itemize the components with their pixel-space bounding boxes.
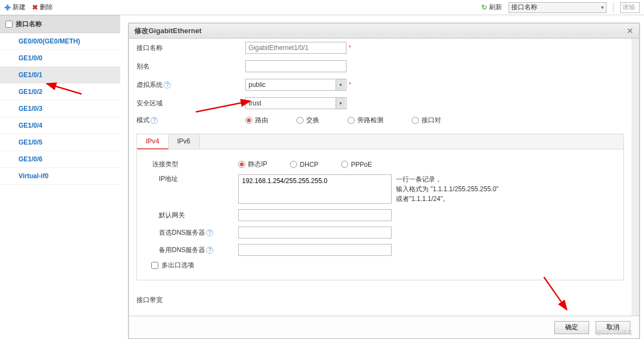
help-icon[interactable]: ? (206, 229, 213, 236)
sidebar-header-label: 接口名称 (16, 20, 42, 29)
label-dns2: 备用DNS服务器? (147, 246, 238, 255)
alias-input[interactable] (245, 60, 346, 72)
dns2-input[interactable] (238, 244, 392, 256)
toolbar: ✚ 新建 ✖ 删除 ↻ 刷新 接口名称 ▾ 请输入 (0, 0, 644, 15)
label-zone: 安全区域 (137, 99, 245, 108)
cancel-button[interactable]: 取消 (596, 321, 630, 334)
dialog-footer: 确定 取消 (129, 316, 639, 338)
sidebar-item-ge103[interactable]: GE1/0/3 (0, 101, 120, 117)
sidebar-item-virtual-if0[interactable]: Virtual-if0 (0, 168, 120, 185)
ip-config-panel: IPv4 IPv6 连接类型 静态IP DHCP PPPoE IP地址 (137, 134, 624, 280)
new-button[interactable]: ✚ 新建 (4, 3, 26, 12)
refresh-label: 刷新 (489, 3, 502, 12)
sidebar-item-ge000[interactable]: GE0/0/0(GE0/METH) (0, 33, 120, 50)
close-icon[interactable]: ✕ (627, 26, 634, 36)
label-dns1: 首选DNS服务器? (147, 228, 238, 237)
dialog-body: 接口名称 * 别名 虚拟系统? public ▾ * 安全区域 trust (129, 39, 639, 316)
sidebar-item-ge101[interactable]: GE1/0/1 (0, 67, 120, 84)
zone-value: trust (249, 99, 261, 107)
new-label: 新建 (13, 3, 26, 12)
tab-ipv6[interactable]: IPv6 (169, 134, 200, 149)
interface-list-sidebar: 接口名称 GE0/0/0(GE0/METH) GE1/0/0 GE1/0/1 G… (0, 15, 121, 339)
radio-off-icon (290, 161, 297, 168)
vsys-select[interactable]: public ▾ (245, 79, 346, 91)
refresh-button[interactable]: ↻ 刷新 (481, 3, 502, 12)
sidebar-item-ge102[interactable]: GE1/0/2 (0, 84, 120, 101)
conn-dhcp-radio[interactable]: DHCP (290, 161, 318, 168)
sidebar-item-ge100[interactable]: GE1/0/0 (0, 50, 120, 67)
label-vsys: 虚拟系统? (137, 80, 245, 90)
help-icon[interactable]: ? (151, 117, 158, 124)
help-icon[interactable]: ? (206, 247, 213, 254)
delete-label: 删除 (40, 3, 53, 12)
ip-address-textarea[interactable] (238, 174, 392, 204)
required-mark: * (349, 44, 351, 52)
ok-button[interactable]: 确定 (554, 321, 589, 334)
search-input[interactable]: 请输入 (620, 2, 640, 13)
separator (613, 3, 614, 12)
interface-name-input (245, 42, 346, 54)
radio-on-icon (245, 117, 252, 124)
mode-switch-radio[interactable]: 交换 (296, 116, 319, 125)
radio-off-icon (296, 117, 304, 124)
radio-off-icon (348, 117, 355, 124)
conn-static-radio[interactable]: 静态IP (238, 160, 267, 169)
mode-pair-radio[interactable]: 接口对 (412, 116, 441, 125)
chevron-down-icon: ▾ (601, 4, 604, 10)
mode-route-radio[interactable]: 路由 (245, 116, 268, 125)
label-ip-addr: IP地址 (147, 174, 238, 184)
label-mode: 模式? (137, 116, 245, 125)
x-icon: ✖ (32, 3, 38, 11)
zone-select[interactable]: trust ▾ (245, 97, 346, 109)
select-all-checkbox[interactable] (5, 21, 13, 28)
multi-export-checkbox[interactable] (151, 262, 158, 269)
chevron-down-icon: ▾ (336, 98, 345, 109)
vsys-value: public (249, 81, 265, 89)
plus-icon: ✚ (4, 3, 11, 12)
bandwidth-section-label: 接口带宽 (129, 290, 631, 305)
radio-off-icon (412, 117, 419, 124)
ip-format-hint: 一行一条记录， 输入格式为 "1.1.1.1/255.255.255.0" 或者… (396, 174, 516, 204)
refresh-icon: ↻ (481, 3, 487, 11)
sidebar-item-ge104[interactable]: GE1/0/4 (0, 117, 120, 134)
required-mark: * (349, 81, 351, 89)
label-alias: 别名 (137, 62, 245, 71)
edit-interface-dialog: 修改GigabitEthernet ✕ 接口名称 * 别名 虚拟系统? publ… (128, 23, 640, 339)
conn-pppoe-radio[interactable]: PPPoE (341, 161, 372, 168)
radio-off-icon (341, 161, 348, 168)
radio-on-icon (238, 161, 245, 168)
gateway-input[interactable] (238, 209, 392, 221)
delete-button[interactable]: ✖ 删除 (32, 3, 53, 12)
label-interface-name: 接口名称 (137, 43, 245, 53)
filter-field-value: 接口名称 (511, 3, 537, 12)
chevron-down-icon: ▾ (336, 79, 345, 90)
sidebar-item-ge106[interactable]: GE1/0/6 (0, 151, 120, 168)
multi-export-label: 多出口选项 (162, 261, 194, 270)
sidebar-header: 接口名称 (0, 15, 120, 33)
dialog-titlebar: 修改GigabitEthernet ✕ (129, 23, 639, 39)
dialog-title: 修改GigabitEthernet (134, 26, 202, 36)
tab-ipv4[interactable]: IPv4 (137, 134, 169, 149)
filter-field-select[interactable]: 接口名称 ▾ (509, 2, 606, 13)
label-gateway: 默认网关 (147, 211, 238, 220)
sidebar-item-ge105[interactable]: GE1/0/5 (0, 134, 120, 151)
mode-bypass-radio[interactable]: 旁路检测 (348, 116, 383, 125)
dns1-input[interactable] (238, 227, 392, 238)
label-conn-type: 连接类型 (147, 160, 238, 169)
help-icon[interactable]: ? (164, 81, 171, 89)
